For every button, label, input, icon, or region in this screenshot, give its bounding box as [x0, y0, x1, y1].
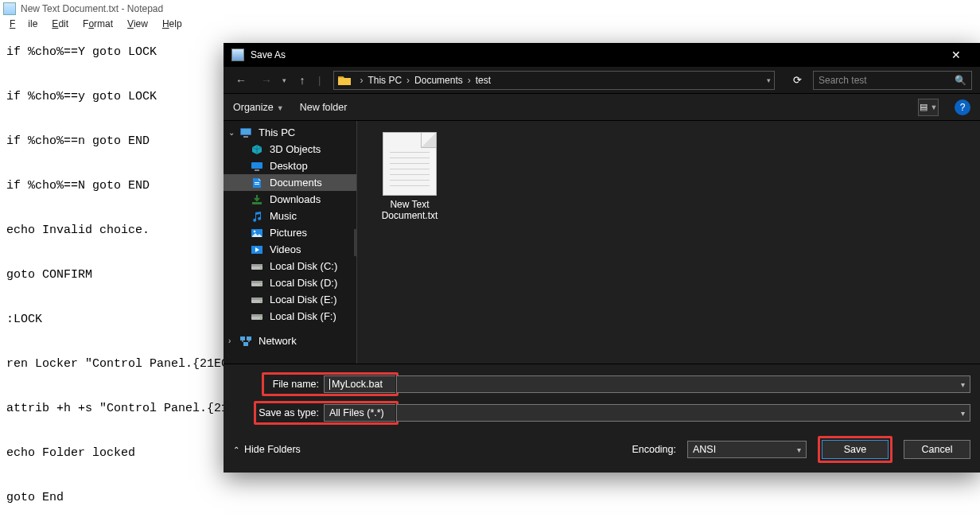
- menu-format[interactable]: Format: [76, 18, 119, 33]
- sidebar-label: Local Disk (C:): [270, 260, 337, 272]
- file-item[interactable]: New Text Document.txt: [371, 132, 448, 221]
- hide-folders-button[interactable]: ⌃ Hide Folders: [233, 444, 301, 455]
- dialog-title: Save As: [251, 49, 940, 60]
- view-mode-button[interactable]: ▤▼: [918, 99, 939, 116]
- svg-rect-5: [255, 182, 259, 183]
- splitter-handle[interactable]: [352, 121, 357, 364]
- breadcrumb-item[interactable]: This PC: [368, 75, 402, 86]
- sidebar-item-local-disk-e-[interactable]: Local Disk (E:): [224, 291, 356, 308]
- sidebar-item-3d-objects[interactable]: 3D Objects: [224, 141, 356, 158]
- back-button[interactable]: ←: [231, 71, 251, 90]
- chevron-down-icon: ⌄: [228, 128, 235, 137]
- sidebar-label: 3D Objects: [270, 143, 321, 155]
- menu-help[interactable]: Help: [156, 18, 189, 33]
- sidebar-label: Pictures: [270, 227, 307, 239]
- nav-pane[interactable]: ⌄ This PC 3D ObjectsDesktopDocumentsDown…: [224, 121, 357, 364]
- folder-icon: [251, 144, 263, 155]
- chevron-down-icon: ▼: [277, 104, 284, 112]
- folder-icon: [251, 177, 263, 189]
- file-name-label: New Text Document.txt: [371, 199, 448, 221]
- svg-rect-4: [255, 169, 259, 171]
- sidebar-item-downloads[interactable]: Downloads: [224, 191, 356, 208]
- save-type-select[interactable]: ▾: [396, 404, 970, 422]
- chevron-down-icon: ▾: [797, 445, 801, 454]
- notepad-icon: [3, 2, 16, 15]
- sidebar-item-music[interactable]: Music: [224, 208, 356, 224]
- sidebar-item-this-pc[interactable]: ⌄ This PC: [224, 124, 356, 141]
- chevron-down-icon: ▾: [961, 409, 965, 418]
- search-input[interactable]: Search test 🔍: [813, 71, 972, 90]
- notepad-menubar[interactable]: File Edit Format View Help: [0, 18, 980, 33]
- save-type-select-left[interactable]: All Files (*.*): [324, 404, 395, 422]
- sidebar-label: Videos: [270, 243, 301, 255]
- sidebar-label: Music: [270, 210, 297, 222]
- refresh-button[interactable]: ⟳: [788, 71, 807, 90]
- svg-rect-24: [247, 336, 251, 340]
- sidebar-label: This PC: [259, 126, 295, 138]
- svg-rect-2: [243, 136, 248, 138]
- sidebar-item-local-disk-f-[interactable]: Local Disk (F:): [224, 308, 356, 325]
- bottom-panel: File name: MyLock.bat ▾ Save as type: Al…: [224, 364, 980, 473]
- close-button[interactable]: ✕: [940, 44, 972, 66]
- menu-edit[interactable]: Edit: [45, 18, 75, 33]
- encoding-select[interactable]: ANSI ▾: [687, 441, 807, 458]
- highlight-filename: File name: MyLock.bat: [262, 372, 399, 396]
- breadcrumb[interactable]: › This PC › Documents › test ▾: [333, 71, 775, 90]
- sidebar-item-network[interactable]: › Network: [224, 333, 356, 349]
- save-type-label: Save as type:: [257, 407, 324, 418]
- menu-file[interactable]: File: [3, 18, 44, 33]
- save-button[interactable]: Save: [822, 440, 889, 459]
- sidebar-item-local-disk-d-[interactable]: Local Disk (D:): [224, 274, 356, 291]
- svg-rect-18: [251, 298, 262, 300]
- folder-icon: [251, 228, 263, 239]
- folder-icon: [251, 161, 263, 172]
- sidebar-label: Desktop: [270, 160, 308, 172]
- svg-point-9: [254, 230, 256, 232]
- breadcrumb-dropdown[interactable]: ▾: [767, 76, 771, 84]
- svg-point-19: [260, 301, 262, 302]
- chevron-right-icon: ›: [356, 75, 366, 86]
- forward-button[interactable]: →: [257, 71, 276, 90]
- pc-icon: [239, 127, 252, 138]
- file-name-input[interactable]: MyLock.bat: [324, 375, 395, 393]
- organize-menu[interactable]: Organize▼: [233, 102, 284, 113]
- chevron-right-icon: ›: [403, 75, 413, 86]
- up-button[interactable]: ↑: [293, 71, 312, 90]
- chevron-right-icon: ›: [228, 336, 231, 345]
- highlight-save: Save: [818, 436, 892, 463]
- highlight-savetype: Save as type: All Files (*.*): [254, 401, 399, 425]
- menu-view[interactable]: View: [121, 18, 154, 33]
- svg-rect-12: [251, 264, 262, 266]
- svg-rect-25: [243, 342, 248, 346]
- dialog-titlebar[interactable]: Save As ✕: [224, 43, 980, 67]
- encoding-label: Encoding:: [632, 444, 676, 455]
- dialog-icon: [231, 49, 244, 61]
- folder-icon: [251, 194, 263, 205]
- breadcrumb-item[interactable]: Documents: [414, 75, 463, 86]
- help-button[interactable]: ?: [955, 99, 970, 115]
- sidebar-item-documents[interactable]: Documents: [224, 174, 356, 191]
- sidebar-label: Downloads: [270, 193, 321, 205]
- sidebar-item-local-disk-c-[interactable]: Local Disk (C:): [224, 258, 356, 274]
- notepad-titlebar: New Text Document.txt - Notepad: [0, 0, 980, 18]
- file-name-combo[interactable]: ▾: [396, 375, 970, 393]
- toolbar: Organize▼ New folder ▤▼ ?: [224, 94, 980, 121]
- chevron-up-icon: ⌃: [233, 445, 239, 454]
- sidebar-label: Documents: [270, 177, 322, 189]
- new-folder-button[interactable]: New folder: [300, 102, 348, 113]
- sidebar-item-videos[interactable]: Videos: [224, 241, 356, 258]
- chevron-right-icon: ›: [465, 75, 474, 86]
- search-placeholder: Search test: [819, 75, 955, 86]
- sidebar-item-desktop[interactable]: Desktop: [224, 158, 356, 174]
- cancel-button[interactable]: Cancel: [904, 440, 970, 459]
- svg-rect-15: [251, 281, 262, 283]
- folder-icon: [251, 244, 263, 255]
- nav-row: ← → ▾ ↑ | › This PC › Documents › test ▾…: [224, 67, 980, 94]
- recent-dropdown[interactable]: ▾: [282, 76, 286, 84]
- svg-point-13: [260, 267, 262, 269]
- notepad-title: New Text Document.txt - Notepad: [21, 3, 163, 14]
- breadcrumb-item[interactable]: test: [476, 75, 491, 86]
- sidebar-label: Local Disk (E:): [270, 294, 337, 305]
- file-list[interactable]: New Text Document.txt: [357, 121, 980, 364]
- sidebar-item-pictures[interactable]: Pictures: [224, 224, 356, 241]
